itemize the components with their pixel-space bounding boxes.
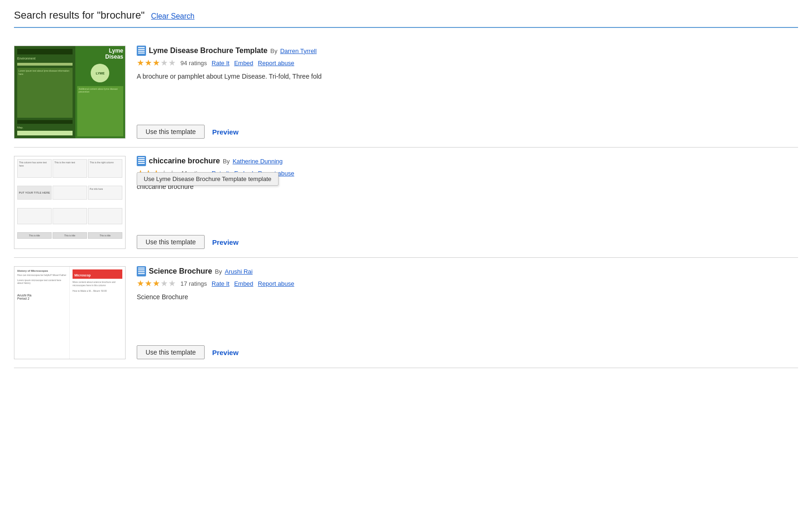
star-empty: ★ (168, 58, 176, 68)
star-empty: ★ (160, 58, 168, 68)
use-template-button[interactable]: Use this template (137, 345, 205, 359)
result-info: Lyme Disease Brochure Template By Darren… (137, 46, 798, 139)
result-description: A brochure or pamphlet about Lyme Diseas… (137, 73, 798, 80)
result-title-row: Lyme Disease Brochure Template By Darren… (137, 46, 798, 56)
result-info: chiccarine brochure By Katherine Dunning… (137, 156, 798, 249)
rating-row: ★★★★★ 94 ratings Rate It Embed Report ab… (137, 58, 798, 68)
thumbnail-chiccarine: This column has some text here This is t… (14, 156, 126, 249)
author-link[interactable]: Darren Tyrrell (280, 47, 317, 54)
by-text: By (270, 47, 277, 54)
star-filled: ★ (153, 58, 160, 68)
result-info: Science Brochure By Arushi Rai ★★★★★ 17 … (137, 266, 798, 359)
report-abuse-link[interactable]: Report abuse (258, 60, 294, 67)
stars: ★★★★★ (137, 278, 176, 289)
rate-it-link[interactable]: Rate It (212, 280, 229, 287)
embed-link[interactable]: Embed (234, 60, 253, 67)
result-title: Science Brochure (149, 267, 212, 275)
result-item-chiccarine: This column has some text here This is t… (14, 148, 798, 258)
star-empty: ★ (168, 278, 176, 289)
star-filled: ★ (137, 278, 144, 289)
thumbnail-lyme: Environment Lorem ipsum text about lyme … (14, 46, 126, 139)
stars: ★★★★★ (137, 58, 176, 68)
use-template-button[interactable]: Use this template (137, 125, 205, 139)
result-title-row: chiccarine brochure By Katherine Dunning (137, 156, 798, 166)
preview-link[interactable]: Preview (212, 128, 239, 136)
preview-link[interactable]: Preview (212, 349, 239, 356)
action-row: Use this template Preview (137, 235, 798, 249)
result-item-science: History of Microscopes How can microscop… (14, 258, 798, 368)
tooltip-box: Use Lyme Disease Brochure Template templ… (137, 172, 279, 186)
result-title: chiccarine brochure (149, 157, 220, 165)
author-link[interactable]: Arushi Rai (225, 268, 253, 275)
page-title: Search results for "brochure" (14, 9, 145, 21)
star-filled: ★ (145, 278, 152, 289)
clear-search-link[interactable]: Clear Search (151, 12, 194, 20)
result-title-row: Science Brochure By Arushi Rai (137, 266, 798, 276)
result-title: Lyme Disease Brochure Template (149, 47, 267, 55)
result-description: Science Brochure (137, 293, 798, 301)
rate-it-link[interactable]: Rate It (212, 60, 229, 67)
author-link[interactable]: Katherine Dunning (233, 158, 283, 165)
doc-icon (137, 266, 146, 276)
by-text: By (215, 268, 222, 275)
embed-link[interactable]: Embed (234, 280, 253, 287)
rating-count: 94 ratings (180, 60, 207, 67)
doc-icon (137, 46, 146, 56)
results-container: Environment Lorem ipsum text about lyme … (14, 37, 798, 368)
result-item-lyme: Environment Lorem ipsum text about lyme … (14, 37, 798, 148)
star-filled: ★ (153, 278, 160, 289)
report-abuse-link[interactable]: Report abuse (258, 280, 294, 287)
star-filled: ★ (137, 58, 144, 68)
doc-icon (137, 156, 146, 166)
by-text: By (223, 158, 230, 165)
rating-count: 17 ratings (180, 280, 207, 287)
star-empty: ★ (160, 278, 168, 289)
rating-row: ★★★★★ 17 ratings Rate It Embed Report ab… (137, 278, 798, 289)
use-template-button[interactable]: Use this template (137, 235, 205, 249)
thumbnail-science: History of Microscopes How can microscop… (14, 266, 126, 359)
action-row: Use this template Preview (137, 125, 798, 139)
action-row: Use this template Preview (137, 345, 798, 359)
preview-link[interactable]: Preview (212, 238, 239, 246)
star-filled: ★ (145, 58, 152, 68)
page-header: Search results for "brochure" Clear Sear… (14, 9, 798, 28)
